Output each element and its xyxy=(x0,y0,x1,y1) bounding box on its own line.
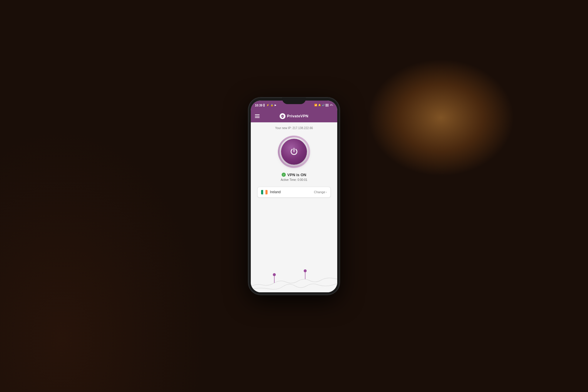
power-icon xyxy=(289,147,299,156)
phone-notch xyxy=(282,98,306,104)
flag-white xyxy=(263,190,266,194)
map-area xyxy=(251,198,337,292)
hamburger-menu[interactable] xyxy=(255,114,260,118)
hamburger-line-3 xyxy=(255,117,260,118)
flag-orange xyxy=(265,190,268,194)
vol-icon: 🔊 xyxy=(322,104,325,106)
status-time: 10:39 xyxy=(255,104,263,107)
hamburger-line-2 xyxy=(255,116,260,116)
chevron-icon: › xyxy=(326,190,327,194)
bluetooth-icon: ⚡ xyxy=(266,104,269,106)
battery-percent: 4% xyxy=(330,104,333,106)
check-icon: ✓ xyxy=(282,173,286,177)
background-glow xyxy=(368,59,514,176)
nav-logo: PrivateVPN xyxy=(280,113,308,119)
vpn-on-text: VPN is ON xyxy=(287,173,306,177)
nav-bar: PrivateVPN xyxy=(251,110,337,122)
flag-green xyxy=(261,190,263,194)
map-svg xyxy=(251,198,337,292)
svg-point-0 xyxy=(282,116,283,116)
main-content: Your new IP: 217.138.222.66 xyxy=(251,122,337,292)
svg-point-4 xyxy=(304,269,307,272)
yt-icon: ▶ xyxy=(275,104,276,106)
country-selector[interactable]: Ireland Change › xyxy=(257,187,331,198)
notif-icon: 🔔 xyxy=(318,104,321,106)
change-label: Change xyxy=(314,190,325,194)
ireland-flag xyxy=(261,190,268,194)
status-left: 10:39 ▌ ⚡ 🔒 ▶ xyxy=(255,103,276,107)
ip-address: Your new IP: 217.138.222.66 xyxy=(275,126,313,130)
battery-signal-icon: ▌▌ xyxy=(326,104,329,106)
logo-icon xyxy=(280,113,285,119)
nav-title: PrivateVPN xyxy=(287,114,308,118)
vpn-shield-icon xyxy=(281,114,284,118)
vpn-active-time: Active Time: 0:00:01 xyxy=(281,178,308,181)
country-name: Ireland xyxy=(270,190,281,194)
phone: 10:39 ▌ ⚡ 🔒 ▶ 📶 🔔 🔊 ▌▌ 4% xyxy=(248,98,340,295)
vpn-status: ✓ VPN is ON xyxy=(282,173,306,177)
signal-icon: ▌ xyxy=(264,104,265,106)
phone-outer: 10:39 ▌ ⚡ 🔒 ▶ 📶 🔔 🔊 ▌▌ 4% xyxy=(248,98,340,295)
power-button[interactable] xyxy=(281,139,307,165)
hamburger-line-1 xyxy=(255,114,260,115)
power-button-wrapper xyxy=(278,136,310,168)
svg-point-2 xyxy=(273,273,276,276)
change-button[interactable]: Change › xyxy=(314,190,327,194)
hand-shadow xyxy=(0,127,206,392)
scene: 10:39 ▌ ⚡ 🔒 ▶ 📶 🔔 🔊 ▌▌ 4% xyxy=(0,0,588,392)
phone-screen: 10:39 ▌ ⚡ 🔒 ▶ 📶 🔔 🔊 ▌▌ 4% xyxy=(251,101,337,292)
wifi-icon: 📶 xyxy=(314,104,317,106)
lock-icon: 🔒 xyxy=(270,104,273,106)
status-icons-right: 📶 🔔 🔊 ▌▌ 4% xyxy=(314,104,333,106)
country-left: Ireland xyxy=(261,190,281,194)
